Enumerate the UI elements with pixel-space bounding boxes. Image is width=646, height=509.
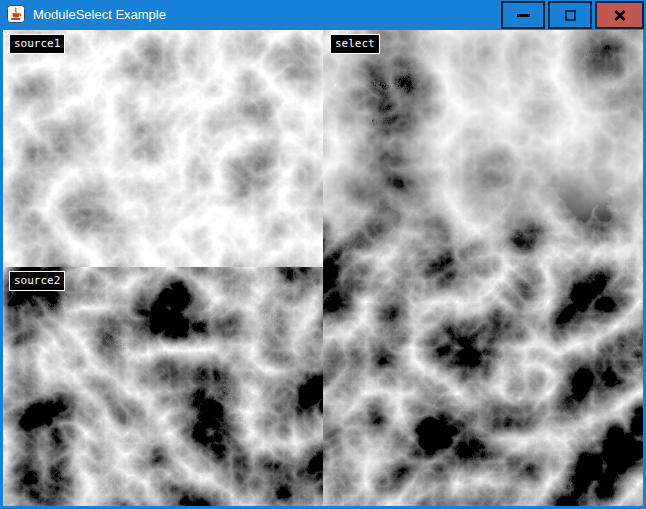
app-window: ModuleSelect Example (0, 0, 646, 509)
label-source2: source2 (9, 271, 65, 291)
maximize-button[interactable] (548, 1, 592, 29)
minimize-button[interactable] (501, 1, 545, 29)
source2-image (3, 267, 323, 506)
maximize-icon (565, 10, 576, 21)
java-coffee-cup-icon (7, 5, 25, 23)
source1-image (3, 30, 323, 267)
close-icon (614, 10, 626, 21)
window-controls (498, 1, 644, 29)
label-source1: source1 (9, 34, 65, 54)
noise-render-canvas: source1 select source2 (3, 30, 643, 506)
window-title: ModuleSelect Example (33, 0, 166, 30)
close-button[interactable] (595, 1, 644, 29)
minimize-icon (517, 14, 530, 17)
label-select: select (330, 34, 380, 54)
titlebar[interactable]: ModuleSelect Example (0, 0, 646, 30)
